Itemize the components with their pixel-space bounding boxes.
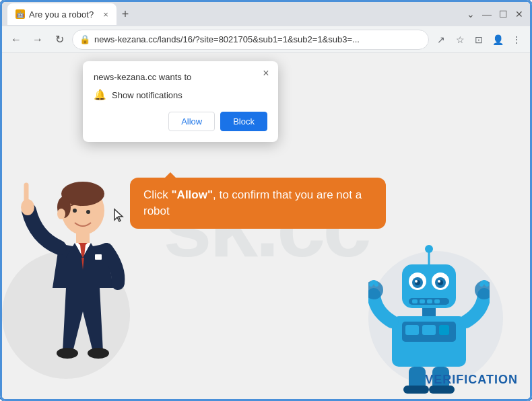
chevron-down-icon[interactable]: ⌄ xyxy=(465,9,476,20)
bell-icon: 🔔 xyxy=(94,89,106,101)
back-button[interactable]: ← xyxy=(7,31,25,48)
profile-icon[interactable]: 👤 xyxy=(490,32,506,48)
speech-bubble: Click "Allow", to confirm that you are n… xyxy=(130,178,386,229)
svg-rect-26 xyxy=(434,299,440,303)
dialog-buttons: Allow Block xyxy=(94,112,267,131)
new-tab-button[interactable]: + xyxy=(117,5,135,24)
permission-label: Show notifications xyxy=(112,90,182,100)
svg-point-3 xyxy=(57,209,65,219)
svg-rect-31 xyxy=(422,325,436,335)
svg-rect-27 xyxy=(422,308,436,316)
content-area: sk.cc × news-kezana.cc wants to 🔔 Show n… xyxy=(2,53,530,399)
svg-point-5 xyxy=(86,210,90,214)
dialog-close-button[interactable]: × xyxy=(259,67,273,80)
maximize-button[interactable]: ☐ xyxy=(498,9,508,20)
svg-rect-6 xyxy=(76,232,90,244)
title-bar-left: 🤖 Are you a robot? × + xyxy=(7,3,465,25)
browser-tab[interactable]: 🤖 Are you a robot? × xyxy=(7,3,117,25)
svg-point-9 xyxy=(88,348,109,359)
address-actions: ↗ ☆ ⊡ 👤 ⋮ xyxy=(433,32,525,48)
svg-rect-24 xyxy=(420,299,425,303)
svg-rect-32 xyxy=(439,325,449,335)
allow-button[interactable]: Allow xyxy=(168,112,215,131)
svg-point-8 xyxy=(57,348,78,359)
title-bar: 🤖 Are you a robot? × + ⌄ — ☐ ✕ xyxy=(2,2,530,26)
browser-window: 🤖 Are you a robot? × + ⌄ — ☐ ✕ ← → ↻ 🔒 n… xyxy=(0,0,532,401)
sidebar-icon[interactable]: ⊡ xyxy=(471,32,487,48)
cursor-icon xyxy=(113,208,125,223)
bookmark-icon[interactable]: ☆ xyxy=(452,32,468,48)
address-bar[interactable]: 🔒 news-kezana.cc/lands/16/?site=8021705&… xyxy=(72,30,429,50)
svg-point-4 xyxy=(73,209,77,213)
speech-prefix: Click xyxy=(143,188,172,201)
svg-point-12 xyxy=(425,245,433,253)
svg-point-21 xyxy=(438,280,440,283)
svg-rect-10 xyxy=(95,254,102,260)
menu-icon[interactable]: ⋮ xyxy=(508,32,525,48)
speech-highlight: "Allow" xyxy=(172,188,213,201)
notification-dialog: × news-kezana.cc wants to 🔔 Show notific… xyxy=(83,61,278,142)
svg-point-20 xyxy=(415,280,418,283)
close-window-button[interactable]: ✕ xyxy=(514,9,525,20)
forward-button[interactable]: → xyxy=(29,31,46,48)
block-button[interactable]: Block xyxy=(220,112,267,131)
dialog-permission-row: 🔔 Show notifications xyxy=(94,89,267,101)
svg-rect-23 xyxy=(412,299,418,303)
reload-button[interactable]: ↻ xyxy=(51,31,68,48)
robot-illustration xyxy=(368,244,490,392)
window-controls: ⌄ — ☐ ✕ xyxy=(465,9,525,20)
verification-label: VERIFICATION xyxy=(425,373,518,387)
svg-rect-30 xyxy=(405,325,419,335)
lock-icon: 🔒 xyxy=(79,34,90,44)
tab-close-button[interactable]: × xyxy=(103,9,108,20)
url-text: news-kezana.cc/lands/16/?site=8021705&su… xyxy=(94,34,422,44)
address-bar-row: ← → ↻ 🔒 news-kezana.cc/lands/16/?site=80… xyxy=(2,26,530,53)
dialog-site-name: news-kezana.cc wants to xyxy=(94,72,267,82)
share-icon[interactable]: ↗ xyxy=(433,32,449,48)
svg-rect-25 xyxy=(427,299,432,303)
tab-favicon: 🤖 xyxy=(15,9,25,19)
tab-title: Are you a robot? xyxy=(29,9,94,20)
minimize-button[interactable]: — xyxy=(481,9,492,20)
